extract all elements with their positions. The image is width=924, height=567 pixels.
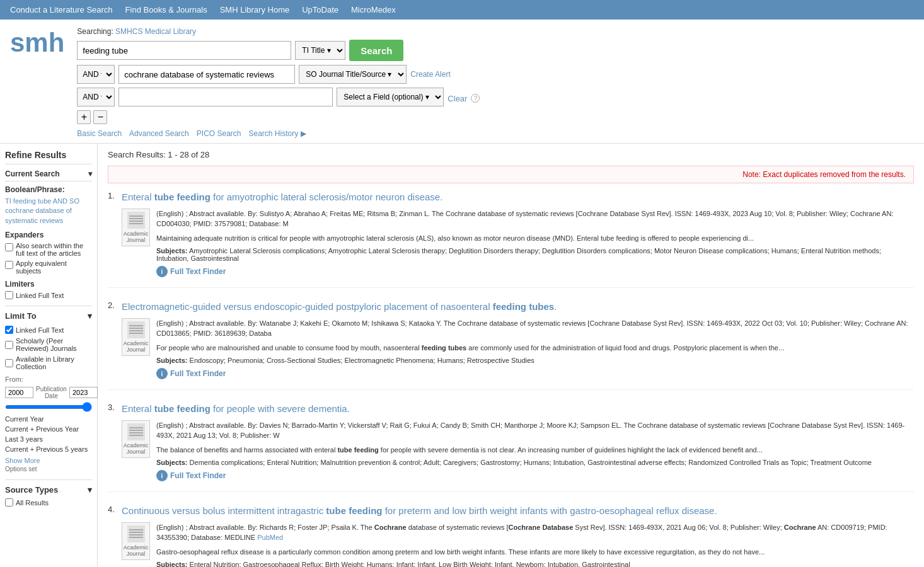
advanced-search-link[interactable]: Advanced Search [129,129,189,138]
result-meta-1: (English) ; Abstract available. By: Suli… [156,209,914,229]
logo: smh [10,30,64,56]
nav-link-uptodate[interactable]: UpToDate [302,5,338,14]
bool-select-3[interactable]: AND ▾ [77,88,115,106]
help-icon[interactable]: ? [471,94,480,103]
results-area: Search Results: 1 - 28 of 28 Note: Exact… [98,144,924,567]
date-from-input[interactable] [5,387,33,398]
boolean-phrase-text: TI feeding tube AND SO cochrane database… [5,197,92,226]
date-option-current-year[interactable]: Current Year [5,414,92,424]
basic-search-link[interactable]: Basic Search [77,129,122,138]
remove-row-button[interactable]: − [93,110,107,124]
date-to-input[interactable] [69,387,98,398]
publication-date-label: Publication Date [36,386,67,399]
search-row-3: AND ▾ Select a Field (optional) ▾ Clear … [77,88,914,106]
limit-to-title: Limit To ▾ [5,311,92,321]
journal-icon-4: Academic Journal [122,522,150,560]
search-area: Searching: SMHCS Medical Library TI Titl… [77,27,914,138]
field-select-1[interactable]: TI Title ▾ [295,41,345,60]
nav-link-micromedex[interactable]: MicroMedex [351,5,396,14]
result-abstract-3: The balance of benefits and harms associ… [156,445,914,455]
full-text-link-3[interactable]: i Full Text Finder [156,470,226,481]
clear-row: Clear ? [448,94,480,103]
full-text-link-1[interactable]: i Full Text Finder [156,266,226,277]
search-row-1: TI Title ▾ Search [77,40,914,61]
result-item-3: 3. Enteral tube feeding for people with … [108,403,914,492]
bool-select-2[interactable]: AND ▾ [77,65,115,84]
search-button[interactable]: Search [349,40,403,61]
source-types-section: Source Types ▾ All Results [5,479,92,507]
result-details-2: (English) ; Abstract available. By: Wata… [156,318,914,380]
result-subjects-1: Subjects: Amyotrophic Lateral Sclerosis … [156,247,914,262]
search-input-2[interactable] [118,65,295,84]
field-select-3[interactable]: Select a Field (optional) ▾ [337,88,444,106]
full-text-icon-2: i [156,368,168,379]
pubmed-link-4[interactable]: PubMed [257,534,283,541]
source-all-results: All Results [5,498,92,507]
result-title-4[interactable]: Continuous versus bolus intermittent int… [122,505,717,517]
search-header: smh Searching: SMHCS Medical Library TI … [0,20,924,144]
full-text-link-2[interactable]: i Full Text Finder [156,368,226,379]
date-option-current-prev-year[interactable]: Current + Previous Year [5,424,92,434]
result-meta-2: (English) ; Abstract available. By: Wata… [156,318,914,339]
limiters-label: Limiters [5,280,92,289]
result-number-3: 3. [108,403,117,412]
result-subjects-3: Subjects: Dementia complications; Entera… [156,459,914,466]
result-item-1: 1. Enteral tube feeding for amyotrophic … [108,191,914,288]
date-from-label: From: [5,375,92,383]
refine-results-title: Refine Results [5,150,92,164]
limiter-linked-full-text-checkbox[interactable] [5,291,13,299]
show-more-link[interactable]: Show More [5,457,92,464]
expander-full-text: Also search within the full text of the … [5,242,92,257]
full-text-icon-1: i [156,266,168,277]
nav-link-literature[interactable]: Conduct a Literature Search [10,5,113,14]
date-option-last-3-years[interactable]: Last 3 years [5,434,92,444]
pico-search-link[interactable]: PICO Search [197,129,241,138]
nav-link-books[interactable]: Find Books & Journals [125,5,207,14]
source-types-title: Source Types ▾ [5,485,92,495]
full-text-icon-3: i [156,470,168,481]
search-input-3[interactable] [118,88,333,106]
database-link[interactable]: SMHCS Medical Library [115,27,196,36]
create-alert-link[interactable]: Create Alert [410,70,450,79]
result-details-3: (English) ; Abstract available. By: Davi… [156,420,914,482]
result-meta-3: (English) ; Abstract available. By: Davi… [156,420,914,441]
boolean-phrase-label: Boolean/Phrase: [5,185,92,194]
result-subjects-4: Subjects: Enteral Nutrition; Gastroesoph… [156,561,914,567]
limit-to-section: Limit To ▾ Linked Full Text Scholarly (P… [5,306,92,473]
results-header: Search Results: 1 - 28 of 28 [108,150,914,159]
duplicate-note: Note: Exact duplicates removed from the … [108,166,914,183]
limit-scholarly: Scholarly (Peer Reviewed) Journals [5,337,92,352]
top-navigation: Conduct a Literature Search Find Books &… [0,0,924,20]
result-details-1: (English) ; Abstract available. By: Suli… [156,209,914,278]
result-title-2[interactable]: Electromagnetic-guided versus endoscopic… [122,301,557,313]
limit-scholarly-checkbox[interactable] [5,341,13,349]
result-title-3[interactable]: Enteral tube feeding for people with sev… [122,403,350,415]
limit-library-collection-checkbox[interactable] [5,359,13,367]
limit-linked-full-text-checkbox[interactable] [5,326,13,334]
nav-link-library-home[interactable]: SMH Library Home [220,5,290,14]
add-remove-row: + − [77,110,914,124]
options-set-text: Options set [5,466,37,472]
result-title-1[interactable]: Enteral tube feeding for amyotrophic lat… [122,191,442,203]
date-slider[interactable] [5,405,92,409]
search-input-1[interactable] [77,41,291,60]
searching-label: Searching: SMHCS Medical Library [77,27,914,36]
date-option-current-prev-5-years[interactable]: Current + Previous 5 years [5,444,92,454]
source-all-results-checkbox[interactable] [5,498,13,507]
result-abstract-4: Gastro-oesophageal reflux disease is a p… [156,547,914,558]
search-history-link[interactable]: Search History ▶ [249,129,306,138]
field-select-2[interactable]: SO Journal Title/Source ▾ [299,65,407,84]
result-number-2: 2. [108,301,117,310]
result-subjects-2: Subjects: Endoscopy; Pneumonia; Cross-Se… [156,357,914,364]
add-row-button[interactable]: + [77,110,91,124]
current-search-section: Current Search ▾ [5,169,92,181]
expander-equiv-subjects-checkbox[interactable] [5,261,13,269]
limiter-linked-full-text: Linked Full Text [5,291,92,299]
expander-full-text-checkbox[interactable] [5,243,13,251]
result-number-1: 1. [108,191,117,200]
result-details-4: (English) ; Abstract available. By: Rich… [156,522,914,568]
clear-link[interactable]: Clear [448,94,467,103]
journal-icon-1: Academic Journal [122,209,150,246]
result-meta-4: (English) ; Abstract available. By: Rich… [156,522,914,543]
expanders-label: Expanders [5,231,92,239]
